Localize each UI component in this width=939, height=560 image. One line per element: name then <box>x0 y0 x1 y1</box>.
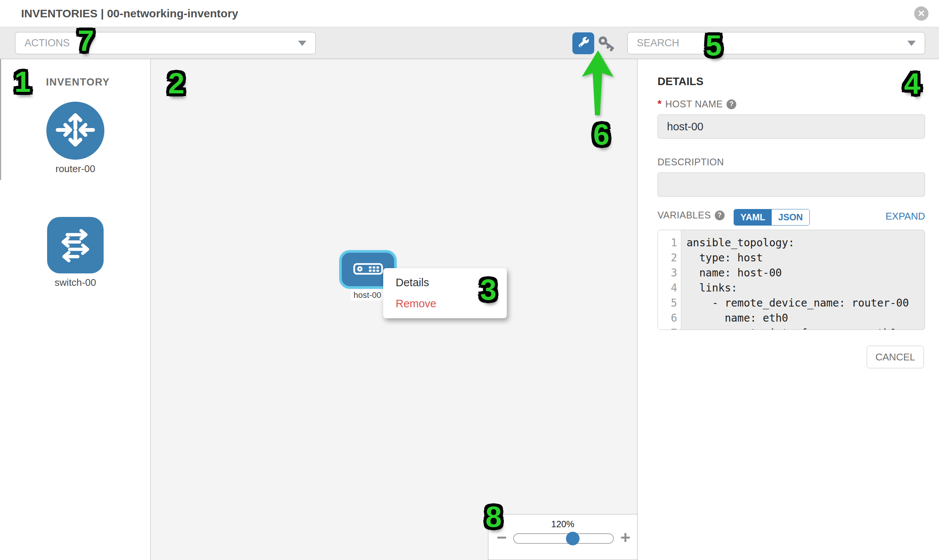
variables-label-row: VARIABLES ? <box>657 210 725 221</box>
page-title: INVENTORIES | 00-networking-inventory <box>21 7 238 20</box>
host-node-label: host-00 <box>351 289 384 300</box>
required-marker: * <box>657 98 661 110</box>
description-label-row: DESCRIPTION <box>657 157 724 168</box>
switch-icon <box>55 224 96 266</box>
host-name-input[interactable] <box>657 114 925 138</box>
variables-code-editor[interactable]: 1 2 3 4 5 6 7 ansible_topology: type: ho… <box>657 230 925 330</box>
code-line: - remote_device_name: router-00 <box>686 295 909 311</box>
key-icon <box>598 36 616 53</box>
key-button[interactable] <box>598 36 617 53</box>
json-toggle[interactable]: JSON <box>772 209 809 225</box>
zoom-out-button[interactable]: − <box>496 529 507 546</box>
actions-dropdown-label: ACTIONS <box>25 37 70 49</box>
chevron-down-icon <box>298 41 306 46</box>
actions-dropdown[interactable]: ACTIONS <box>15 32 316 54</box>
variables-label: VARIABLES <box>657 210 711 221</box>
help-icon[interactable]: ? <box>715 211 725 220</box>
toolbar: ACTIONS SEARCH <box>0 27 939 59</box>
context-menu-remove[interactable]: Remove <box>383 293 507 314</box>
networking-topology-app: INVENTORIES | 00-networking-inventory ✕ … <box>0 0 939 560</box>
zoom-slider-track[interactable] <box>513 533 614 544</box>
palette-item-label: router-00 <box>23 163 128 175</box>
zoom-control: 120% − + <box>488 514 638 560</box>
line-number: 2 <box>658 251 681 266</box>
palette-item-router[interactable] <box>46 102 104 160</box>
router-icon <box>54 109 96 152</box>
search-dropdown[interactable]: SEARCH <box>628 32 925 54</box>
zoom-level-label: 120% <box>488 519 637 529</box>
topology-canvas[interactable]: host-00 Details Remove 120% − + <box>151 59 638 560</box>
code-line: remote_interface_name: eth0 <box>686 326 909 330</box>
description-label: DESCRIPTION <box>657 157 724 168</box>
code-line: name: host-00 <box>686 266 909 280</box>
help-icon[interactable]: ? <box>726 99 736 109</box>
host-name-label-row: * HOST NAME ? <box>657 98 736 110</box>
inventory-palette: INVENTORY router-00 <box>0 59 151 560</box>
code-line: type: host <box>686 251 909 266</box>
line-number: 5 <box>658 295 681 311</box>
inventory-heading: INVENTORY <box>46 77 110 88</box>
line-number: 1 <box>658 235 681 251</box>
search-placeholder: SEARCH <box>637 37 679 49</box>
line-number: 4 <box>658 280 681 295</box>
description-input[interactable] <box>657 172 925 197</box>
chevron-down-icon <box>907 41 916 46</box>
details-heading: DETAILS <box>657 75 703 88</box>
cancel-button[interactable]: CANCEL <box>867 346 924 368</box>
wrench-button[interactable] <box>572 32 594 54</box>
palette-item-switch[interactable] <box>47 217 103 274</box>
wrench-icon <box>577 36 590 51</box>
line-number: 3 <box>658 266 681 280</box>
node-context-menu: Details Remove <box>383 268 507 318</box>
line-number: 7 <box>658 326 681 330</box>
zoom-in-button[interactable]: + <box>620 529 631 546</box>
host-name-label: HOST NAME <box>665 98 723 109</box>
line-number: 6 <box>658 311 681 326</box>
header: INVENTORIES | 00-networking-inventory ✕ <box>0 0 939 27</box>
details-panel: DETAILS * HOST NAME ? DESCRIPTION VARIAB… <box>638 59 939 560</box>
host-icon <box>353 263 383 277</box>
context-menu-details[interactable]: Details <box>383 272 507 293</box>
palette-item-label: switch-00 <box>23 277 128 288</box>
code-line: name: eth0 <box>686 311 909 326</box>
yaml-toggle[interactable]: YAML <box>734 209 772 225</box>
code-line: links: <box>686 280 909 295</box>
code-content[interactable]: ansible_topology: type: host name: host-… <box>681 230 909 329</box>
zoom-slider-thumb[interactable] <box>566 532 580 545</box>
expand-link[interactable]: EXPAND <box>885 211 925 222</box>
code-gutter: 1 2 3 4 5 6 7 <box>658 230 681 329</box>
code-line: ansible_topology: <box>686 235 909 251</box>
variables-format-toggle: YAML JSON <box>734 209 810 226</box>
sidebar-scrollbar[interactable] <box>0 59 1 180</box>
close-icon[interactable]: ✕ <box>914 6 928 21</box>
